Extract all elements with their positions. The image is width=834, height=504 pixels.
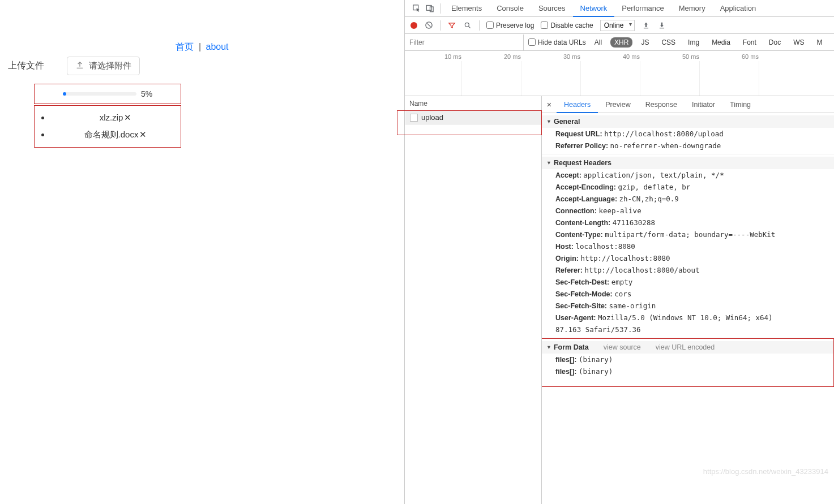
kv-row: Request URL: http://localhost:8080/uploa…: [542, 128, 834, 140]
choose-file-button[interactable]: 请选择附件: [67, 57, 140, 75]
devtools-main-tabs: Elements Console Sources Network Perform…: [405, 0, 834, 17]
request-row[interactable]: upload: [405, 111, 541, 124]
section-header[interactable]: ▼General: [542, 115, 834, 128]
hide-data-urls-checkbox[interactable]: Hide data URLs: [528, 38, 586, 46]
clear-icon[interactable]: [424, 21, 433, 30]
filter-chip-manifest[interactable]: M: [813, 37, 827, 48]
kv-row: Sec-Fetch-Dest: empty: [542, 276, 834, 288]
device-toggle-icon[interactable]: [423, 2, 437, 15]
request-list-header[interactable]: Name: [405, 96, 541, 111]
search-icon[interactable]: [463, 21, 472, 30]
tab-network[interactable]: Network: [573, 0, 615, 17]
kv-row: Sec-Fetch-Mode: cors: [542, 288, 834, 300]
network-body: Name upload × Headers Preview Response I…: [405, 96, 834, 504]
kv-row: Connection: keep-alive: [542, 205, 834, 217]
upload-har-icon[interactable]: [641, 21, 651, 30]
filter-chip-font[interactable]: Font: [739, 37, 760, 48]
filter-chip-img[interactable]: Img: [684, 37, 703, 48]
detail-tab-headers[interactable]: Headers: [557, 96, 598, 113]
network-toolbar: Preserve log Disable cache Online: [405, 17, 834, 34]
kv-row: Content-Type: multipart/form-data; bound…: [542, 229, 834, 240]
kv-row: Referrer Policy: no-referrer-when-downgr…: [542, 140, 834, 152]
section-form-data: ▼Form Data view source view URL encoded …: [542, 339, 833, 380]
file-item: 命名规则.docx✕: [50, 126, 181, 144]
separator: [440, 3, 440, 14]
devtools-panel: Elements Console Sources Network Perform…: [404, 0, 834, 504]
section-header[interactable]: ▼Request Headers: [542, 157, 834, 169]
preserve-log-checkbox[interactable]: Preserve log: [486, 21, 534, 29]
triangle-down-icon: ▼: [546, 119, 551, 124]
timeline-tick: 30 ms: [563, 53, 580, 60]
triangle-down-icon: ▼: [546, 160, 551, 166]
file-name: 命名规则.docx: [84, 130, 139, 139]
filter-icon[interactable]: [447, 21, 456, 30]
svg-rect-1: [426, 6, 431, 11]
detail-tab-preview[interactable]: Preview: [598, 96, 638, 113]
filter-input[interactable]: [405, 35, 524, 50]
svg-rect-5: [644, 28, 648, 28]
choose-file-label: 请选择附件: [89, 61, 131, 71]
remove-file-icon[interactable]: ✕: [124, 113, 131, 122]
triangle-down-icon: ▼: [546, 344, 551, 350]
tab-application[interactable]: Application: [713, 0, 764, 17]
kv-row: Referer: http://localhost:8080/about: [542, 264, 834, 276]
file-name: xlz.zip: [100, 113, 123, 122]
request-detail: × Headers Preview Response Initiator Tim…: [542, 96, 834, 504]
kv-row: Host: localhost:8080: [542, 240, 834, 252]
view-source-link[interactable]: view source: [604, 343, 641, 351]
inspect-icon[interactable]: [409, 2, 423, 15]
tab-performance[interactable]: Performance: [614, 0, 671, 17]
kv-row: Accept: application/json, text/plain, */…: [542, 169, 834, 181]
request-list: Name upload: [405, 96, 542, 504]
progress-fill: [63, 92, 67, 96]
file-list: xlz.zip✕ 命名规则.docx✕: [34, 105, 181, 148]
section-request-headers: ▼Request Headers Accept: application/jso…: [542, 154, 834, 338]
filter-chip-ws[interactable]: WS: [789, 37, 808, 48]
svg-rect-6: [660, 28, 664, 28]
record-button[interactable]: [410, 22, 417, 29]
kv-row: Sec-Fetch-Site: same-origin: [542, 300, 834, 312]
tab-sources[interactable]: Sources: [531, 0, 573, 17]
filter-chip-media[interactable]: Media: [708, 37, 734, 48]
kv-row: files[]: (binary): [542, 365, 833, 377]
nav-about-link[interactable]: about: [206, 42, 229, 51]
request-name: upload: [421, 113, 443, 122]
kv-row: User-Agent: Mozilla/5.0 (Windows NT 10.0…: [542, 312, 834, 324]
kv-row: 87.163 Safari/537.36: [542, 324, 834, 335]
filter-chip-js[interactable]: JS: [637, 37, 653, 48]
timeline-tick: 10 ms: [444, 53, 461, 60]
nav-separator: |: [199, 42, 201, 51]
page-content: 首页 | about 上传文件 请选择附件 5% xlz.zip✕ 命名规则.d…: [0, 0, 404, 504]
file-item: xlz.zip✕: [50, 109, 181, 126]
section-header[interactable]: ▼Form Data view source view URL encoded: [542, 341, 833, 354]
throttling-select[interactable]: Online: [600, 20, 635, 31]
tab-console[interactable]: Console: [489, 0, 531, 17]
filter-chip-doc[interactable]: Doc: [765, 37, 785, 48]
detail-tab-timing[interactable]: Timing: [722, 96, 758, 113]
nav-home-link[interactable]: 首页: [176, 42, 194, 51]
detail-tab-response[interactable]: Response: [638, 96, 685, 113]
detail-tabs: × Headers Preview Response Initiator Tim…: [542, 96, 834, 113]
upload-row: 上传文件 请选择附件: [8, 57, 140, 75]
upload-progress: 5%: [34, 84, 181, 104]
view-url-encoded-link[interactable]: view URL encoded: [656, 343, 715, 351]
timeline-tick: 60 ms: [742, 53, 759, 60]
remove-file-icon[interactable]: ✕: [139, 130, 147, 139]
kv-row: Accept-Language: zh-CN,zh;q=0.9: [542, 193, 834, 205]
filter-chip-all[interactable]: All: [591, 37, 606, 48]
network-timeline[interactable]: 10 ms 20 ms 30 ms 40 ms 50 ms 60 ms: [405, 51, 834, 96]
upload-label: 上传文件: [8, 60, 44, 72]
disable-cache-checkbox[interactable]: Disable cache: [541, 21, 593, 29]
upload-icon: [75, 61, 84, 71]
network-filter-bar: Hide data URLs All XHR JS CSS Img Media …: [405, 34, 834, 51]
timeline-tick: 20 ms: [504, 53, 521, 60]
tab-memory[interactable]: Memory: [672, 0, 713, 17]
filter-chip-css[interactable]: CSS: [657, 37, 679, 48]
filter-chip-xhr[interactable]: XHR: [610, 37, 632, 48]
tab-elements[interactable]: Elements: [444, 0, 489, 17]
download-har-icon[interactable]: [657, 21, 666, 30]
close-detail-icon[interactable]: ×: [542, 100, 557, 109]
timeline-tick: 50 ms: [682, 53, 699, 60]
detail-tab-initiator[interactable]: Initiator: [685, 96, 722, 113]
kv-row: Content-Length: 4711630288: [542, 217, 834, 229]
